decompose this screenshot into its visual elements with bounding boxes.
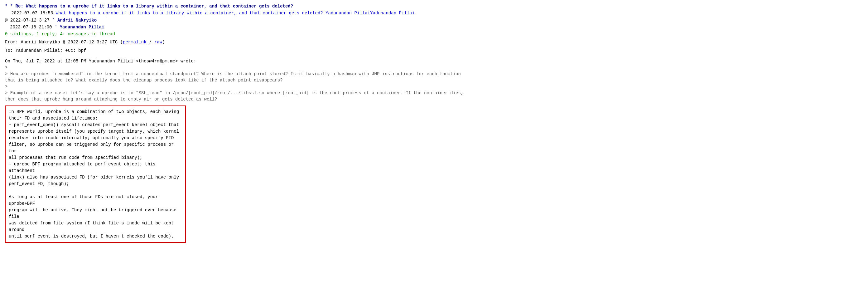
thread-date1: 2022-07-07 18:53 What happens to a uprob… <box>10 10 863 16</box>
highlight-line3: - perf_event_open() syscall creates perf… <box>9 122 182 128</box>
quote3: that is being attached to? What exactly … <box>5 77 863 83</box>
permalink-link[interactable]: permalink <box>123 39 147 45</box>
highlight-line13: program will be active. They might not b… <box>9 207 182 220</box>
thread-link1[interactable]: What happens to a uprobe if it links to … <box>56 10 323 16</box>
highlight-line5: resolves into inode internally; optional… <box>9 135 182 141</box>
quote4: > <box>5 83 863 89</box>
highlight-line7: all processes that run code from specifi… <box>9 155 182 161</box>
highlight-line12: As long as at least one of those FDs are… <box>9 194 182 207</box>
highlight-line9: (link) also has associated FD (for older… <box>9 174 182 181</box>
highlight-line8: - uprobe BPF program attached to perf_ev… <box>9 161 182 174</box>
highlight-line1: In BPF world, uprobe is a combination of… <box>9 109 182 115</box>
to-line: To: Yadunandan Pillai; +Cc: bpf <box>5 48 863 54</box>
quote5: > Example of a use case: let's say a upr… <box>5 90 863 96</box>
subject-bold: * * Re: What happens to a uprobe if it l… <box>5 4 293 9</box>
quote6: then does that uprobe hang around attach… <box>5 96 863 102</box>
highlight-line2: their FD and associated lifetimes: <box>9 115 182 122</box>
highlight-line15: until perf_event is destroyed, but I hav… <box>9 233 182 240</box>
from-block: From: Andrii Nakryiko @ 2022-07-12 3:27 … <box>5 39 863 45</box>
quote2: > How are uprobes "remembered" in the ke… <box>5 71 863 77</box>
thread-date3: 2022-07-18 21:00 ` Yadunandan Pillai <box>10 24 863 30</box>
thread-date2: @ 2022-07-12 3:27 ` Andrii Nakryiko <box>5 17 863 23</box>
highlight-spacer <box>9 187 182 194</box>
highlight-line14: was deleted from file system (I think fi… <box>9 220 182 233</box>
highlight-line10: perf_event FD, though); <box>9 181 182 187</box>
intro-line: On Thu, Jul 7, 2022 at 12:05 PM Yadunand… <box>5 58 863 64</box>
highlighted-reply-box: In BPF world, uprobe is a combination of… <box>5 106 186 243</box>
highlight-line6: filter, so uprobe can be triggered only … <box>9 141 182 155</box>
subject-line: * * Re: What happens to a uprobe if it l… <box>5 3 863 9</box>
email-body: On Thu, Jul 7, 2022 at 12:05 PM Yadunand… <box>5 58 863 102</box>
siblings-line: 0 siblings, 1 reply; 4+ messages in thre… <box>5 31 863 37</box>
raw-link[interactable]: raw <box>154 39 162 45</box>
highlight-line4: represents uprobe itself (you specify ta… <box>9 128 182 135</box>
quote1: > <box>5 64 863 71</box>
